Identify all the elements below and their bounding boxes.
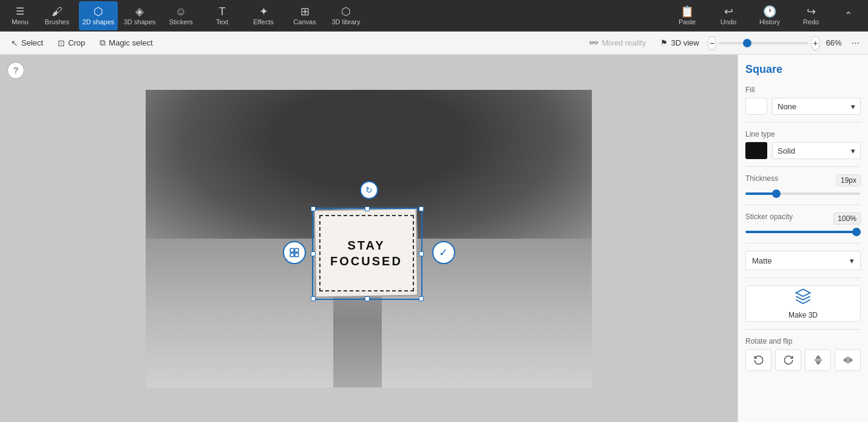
line-type-section: Line type Solid [745, 130, 861, 159]
stickers-label: Stickers [169, 18, 192, 26]
line-type-dropdown[interactable]: Solid [772, 142, 861, 159]
secondary-toolbar: ↖ Select ⊡ Crop ⧉ Magic select 👓 Mixed r… [0, 32, 868, 55]
history-button[interactable]: 🕐 History [750, 1, 789, 30]
divider-2 [745, 166, 861, 167]
flip-vertical-button[interactable] [805, 349, 831, 371]
thickness-value: 19px [836, 174, 861, 186]
effects-icon: ✦ [259, 6, 268, 17]
undo-icon: ↩ [724, 6, 733, 17]
confirm-handle[interactable]: ✓ [432, 241, 455, 264]
zoom-slider[interactable] [719, 42, 809, 44]
thickness-label: Thickness [745, 174, 778, 183]
zoom-out-button[interactable]: − [708, 36, 717, 50]
sign-text-line2: FOCUSED [330, 253, 402, 269]
opacity-section: Sticker opacity 100% [745, 213, 861, 236]
menu-button[interactable]: ☰ Menu [5, 1, 35, 30]
canvas-area[interactable]: ? ↻ [0, 55, 737, 422]
sign-container[interactable]: ↻ ✓ STAY FOCUSED [314, 203, 424, 303]
chevron-up-icon: ⌃ [844, 10, 852, 21]
rotate-cw-button[interactable] [775, 349, 801, 371]
sign-inner: STAY FOCUSED [319, 215, 414, 291]
thickness-slider[interactable] [745, 192, 861, 195]
zoom-in-button[interactable]: + [811, 36, 820, 50]
effects-button[interactable]: ✦ Effects [244, 1, 283, 30]
mixed-reality-button: 👓 Mixed reality [583, 36, 652, 50]
right-panel: Square Fill None Line type Solid [737, 55, 868, 422]
library3d-button[interactable]: ⬡ 3D library [327, 1, 365, 30]
more-options-button[interactable]: ··· [848, 35, 863, 51]
svg-rect-2 [290, 253, 294, 257]
make-3d-button[interactable]: Make 3D [745, 285, 861, 322]
matte-chevron-icon [850, 256, 854, 265]
divider-3 [745, 205, 861, 205]
select-button[interactable]: ↖ Select [5, 36, 49, 50]
shapes3d-icon: ◈ [135, 6, 144, 17]
mixed-reality-label: Mixed reality [602, 38, 646, 47]
brushes-icon: 🖌 [52, 6, 63, 17]
canvas-button[interactable]: ⊞ Canvas [285, 1, 324, 30]
crop-button[interactable]: ⊡ Crop [52, 36, 91, 50]
collapse-button[interactable]: ⌃ [833, 1, 863, 30]
library3d-icon: ⬡ [341, 6, 351, 17]
select-icon: ↖ [11, 38, 18, 48]
opacity-value: 100% [833, 213, 861, 225]
opacity-label: Sticker opacity [745, 213, 793, 221]
shapes2d-button[interactable]: ⬡ 2D shapes [79, 1, 118, 30]
line-type-row: Solid [745, 142, 861, 159]
view-3d-icon: ⚑ [660, 38, 668, 47]
divider-5 [745, 277, 861, 278]
history-icon: 🕐 [763, 6, 776, 17]
magic-select-label: Magic select [109, 38, 152, 47]
undo-label: Undo [721, 18, 736, 26]
line-type-label: Line type [745, 130, 861, 138]
shapes3d-label: 3D shapes [124, 18, 156, 26]
flip-horizontal-button[interactable] [835, 349, 861, 371]
top-toolbar: ☰ Menu 🖌 Brushes ⬡ 2D shapes ◈ 3D shapes… [0, 0, 868, 32]
shapes2d-label: 2D shapes [83, 18, 115, 26]
opacity-slider[interactable] [745, 231, 861, 233]
library3d-label: 3D library [331, 18, 360, 26]
fill-section: Fill None [745, 86, 861, 115]
right-tools: 📋 Paste ↩ Undo 🕐 History ↪ Redo ⌃ [668, 1, 863, 30]
magic-select-button[interactable]: ⧉ Magic select [93, 35, 158, 50]
brushes-button[interactable]: 🖌 Brushes [38, 1, 76, 30]
handle-bottom-right[interactable] [419, 296, 424, 301]
undo-button[interactable]: ↩ Undo [709, 1, 748, 30]
svg-rect-0 [290, 248, 294, 252]
make-3d-icon [795, 288, 812, 308]
divider-4 [745, 243, 861, 243]
paste-icon: 📋 [680, 6, 694, 17]
redo-button[interactable]: ↪ Redo [792, 1, 830, 30]
fill-row: None [745, 98, 861, 115]
thickness-section: Thickness 19px [745, 174, 861, 197]
matte-label: Matte [752, 256, 772, 265]
fill-dropdown[interactable]: None [772, 98, 861, 115]
main-area: ? ↻ [0, 55, 868, 422]
text-button[interactable]: T Text [203, 1, 242, 30]
rotate-flip-section: Rotate and flip [745, 337, 861, 371]
rotate-handle[interactable]: ↻ [360, 181, 378, 199]
paste-button[interactable]: 📋 Paste [668, 1, 707, 30]
menu-label: Menu [12, 18, 29, 26]
shapes2d-icon: ⬡ [93, 6, 103, 17]
redo-icon: ↪ [807, 6, 816, 17]
brushes-label: Brushes [45, 18, 69, 26]
stickers-button[interactable]: ☺ Stickers [161, 1, 200, 30]
matte-dropdown[interactable]: Matte [745, 251, 861, 270]
shapes3d-button[interactable]: ◈ 3D shapes [120, 1, 159, 30]
rotate-ccw-button[interactable] [745, 349, 771, 371]
help-button[interactable]: ? [7, 62, 24, 79]
select-label: Select [21, 38, 43, 47]
redo-label: Redo [803, 18, 819, 26]
fill-color-swatch[interactable] [745, 98, 767, 115]
handle-mid-right[interactable] [419, 251, 424, 256]
line-type-chevron-icon [851, 146, 855, 155]
zoom-percent: 66% [822, 38, 846, 47]
mixed-reality-icon: 👓 [589, 38, 598, 47]
handle-top-right[interactable] [419, 206, 424, 211]
magic-select-overlay-handle[interactable] [283, 241, 306, 264]
line-color-swatch[interactable] [745, 142, 767, 159]
crop-icon: ⊡ [58, 38, 65, 48]
crop-label: Crop [68, 38, 85, 47]
view-3d-button[interactable]: ⚑ 3D view [654, 36, 705, 50]
